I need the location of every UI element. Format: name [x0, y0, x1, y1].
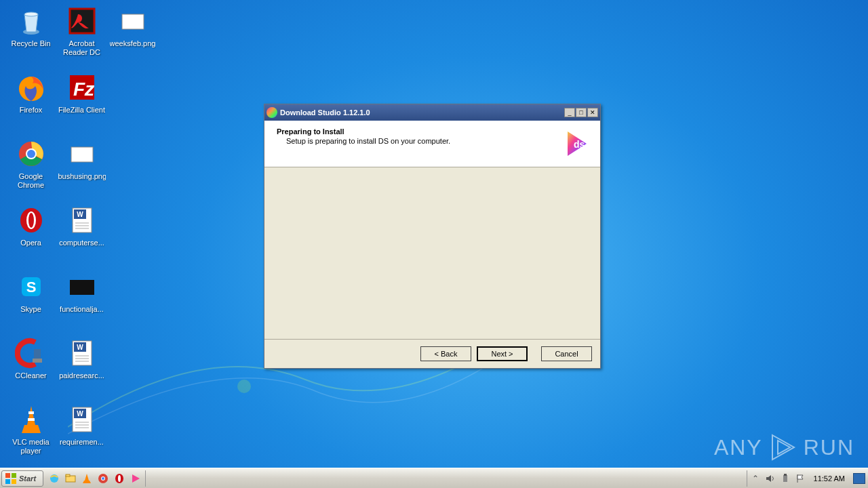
- desktop-icon-requiremen[interactable]: W requiremen...: [56, 402, 107, 468]
- tray-volume-icon[interactable]: [765, 473, 776, 484]
- start-label: Start: [19, 474, 36, 483]
- icon-label: CCleaner: [15, 371, 46, 380]
- svg-rect-21: [71, 147, 93, 162]
- svg-rect-18: [70, 9, 94, 33]
- quick-ie[interactable]: [47, 472, 61, 485]
- installer-titlebar[interactable]: Download Studio 1.12.1.0 _ □ ✕: [264, 104, 600, 121]
- quick-opera[interactable]: [113, 472, 126, 485]
- svg-marker-59: [132, 474, 140, 483]
- svg-marker-53: [83, 481, 91, 483]
- filezilla-icon: Fz: [66, 71, 98, 104]
- installer-footer: < Back Next > Cancel: [264, 340, 600, 368]
- play-icon: [768, 432, 798, 462]
- icon-label: bushusing.png: [58, 172, 106, 181]
- svg-point-0: [237, 380, 251, 393]
- maximize-button[interactable]: □: [576, 108, 587, 117]
- taskbar-clock[interactable]: 11:52 AM: [810, 474, 849, 483]
- ds-app-icon: [267, 107, 277, 118]
- close-button[interactable]: ✕: [587, 108, 598, 117]
- desktop-icon-weeksfeb[interactable]: weeksfeb.png: [107, 3, 158, 70]
- tray-flag-icon[interactable]: [795, 473, 806, 484]
- svg-rect-61: [783, 475, 787, 482]
- watermark-text-2: RUN: [804, 435, 854, 460]
- svg-rect-16: [28, 418, 35, 421]
- svg-rect-48: [12, 479, 16, 484]
- desktop-icon-vlc[interactable]: VLC media player: [5, 402, 56, 468]
- desktop: Recycle Bin Firefox Google Chrome Opera …: [5, 3, 158, 468]
- desktop-icon-firefox[interactable]: Firefox: [5, 70, 56, 136]
- minimize-button[interactable]: _: [564, 108, 575, 117]
- svg-point-58: [118, 475, 121, 482]
- word-doc-icon: W: [66, 337, 98, 369]
- desktop-icon-google-chrome[interactable]: Google Chrome: [5, 136, 56, 203]
- image-file-icon: [66, 138, 98, 170]
- installer-window: Download Studio 1.12.1.0 _ □ ✕ Preparing…: [264, 104, 601, 369]
- svg-text:W: W: [77, 344, 83, 351]
- svg-rect-15: [28, 411, 34, 414]
- svg-point-2: [24, 12, 38, 16]
- acrobat-icon: [66, 5, 98, 37]
- icon-label: weeksfeb.png: [110, 39, 156, 48]
- ds-logo-icon: ds: [559, 127, 592, 160]
- icon-label: FileZilla Client: [58, 106, 105, 115]
- svg-text:S: S: [26, 279, 36, 296]
- vlc-icon: [15, 403, 47, 436]
- back-button[interactable]: < Back: [420, 346, 471, 361]
- svg-point-56: [102, 477, 104, 480]
- desktop-icon-bushusing[interactable]: bushusing.png: [56, 136, 107, 203]
- desktop-icon-opera[interactable]: Opera: [5, 203, 56, 269]
- cancel-button[interactable]: Cancel: [541, 346, 592, 361]
- quick-download-studio[interactable]: [129, 472, 142, 485]
- firefox-icon: [15, 71, 47, 104]
- svg-rect-51: [66, 474, 70, 476]
- svg-text:W: W: [77, 410, 83, 418]
- icon-label: Opera: [20, 239, 41, 247]
- svg-rect-12: [34, 349, 41, 360]
- chrome-icon: [15, 138, 47, 170]
- skype-icon: S: [15, 270, 47, 303]
- desktop-icon-computerse[interactable]: W computerse...: [56, 203, 107, 269]
- image-file-icon: [117, 5, 149, 37]
- desktop-icon-ccleaner[interactable]: CCleaner: [5, 336, 56, 402]
- ccleaner-icon: [15, 337, 47, 369]
- system-tray: ⌃ 11:52 AM: [747, 470, 868, 487]
- svg-point-9: [28, 213, 34, 228]
- word-doc-icon: W: [66, 204, 98, 237]
- icon-label: Acrobat Reader DC: [58, 39, 106, 57]
- icon-label: requiremen...: [60, 438, 104, 447]
- icon-label: Recycle Bin: [11, 39, 50, 48]
- svg-marker-44: [778, 441, 790, 454]
- svg-rect-13: [33, 359, 42, 363]
- quick-explorer[interactable]: [64, 472, 77, 485]
- tray-usb-icon[interactable]: [780, 473, 791, 484]
- windows-logo-icon: [5, 472, 17, 485]
- installer-subheading: Setup is preparing to install DS on your…: [286, 137, 559, 145]
- tray-expand-icon[interactable]: ⌃: [750, 473, 761, 484]
- taskbar: Start ⌃ 11:52 AM: [0, 468, 868, 488]
- icon-label: VLC media player: [7, 438, 55, 455]
- quick-chrome[interactable]: [96, 472, 110, 485]
- svg-point-6: [27, 150, 35, 158]
- anyrun-watermark: ANY RUN: [714, 432, 854, 462]
- svg-text:Fz: Fz: [73, 79, 95, 100]
- icon-label: Skype: [20, 305, 41, 314]
- installer-body: [264, 167, 600, 340]
- desktop-icon-skype[interactable]: S Skype: [5, 269, 56, 336]
- quick-vlc[interactable]: [80, 472, 94, 485]
- desktop-icon-recycle-bin[interactable]: Recycle Bin: [5, 3, 56, 70]
- recycle-bin-icon: [15, 5, 47, 37]
- svg-rect-47: [5, 479, 10, 484]
- desktop-icon-acrobat-reader[interactable]: Acrobat Reader DC: [56, 3, 107, 70]
- start-button[interactable]: Start: [1, 470, 43, 487]
- svg-text:ds: ds: [574, 139, 585, 150]
- next-button[interactable]: Next >: [477, 346, 528, 361]
- svg-rect-45: [5, 473, 10, 478]
- desktop-icon-paidresearc[interactable]: W paidresearc...: [56, 336, 107, 402]
- icon-label: Firefox: [20, 106, 43, 115]
- desktop-icon-functionalja[interactable]: functionalja...: [56, 269, 107, 336]
- show-desktop-button[interactable]: [853, 473, 865, 484]
- icon-label: paidresearc...: [59, 371, 104, 380]
- svg-marker-17: [22, 425, 41, 433]
- svg-marker-60: [766, 475, 771, 482]
- desktop-icon-filezilla[interactable]: Fz FileZilla Client: [56, 70, 107, 136]
